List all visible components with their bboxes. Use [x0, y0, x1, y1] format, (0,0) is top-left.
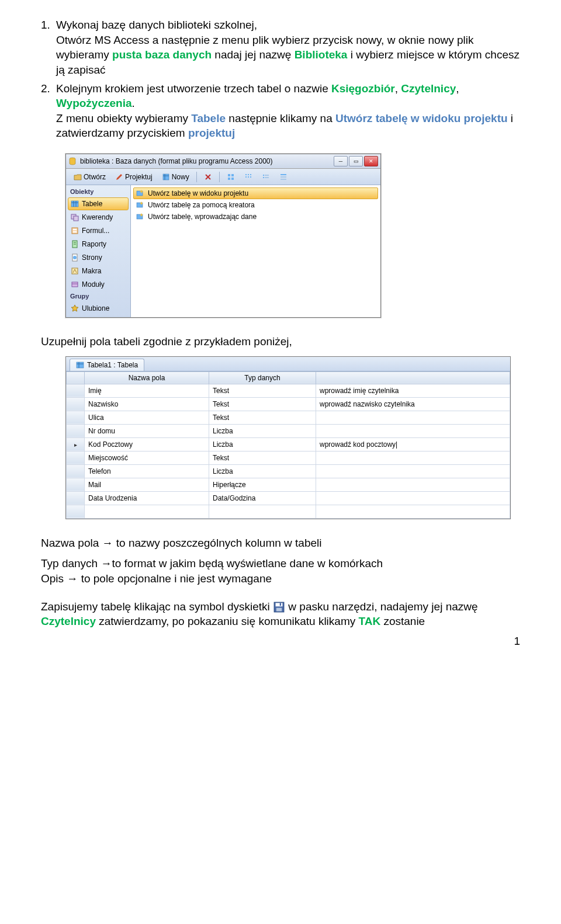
table-row[interactable]	[67, 505, 510, 518]
new-icon	[162, 173, 170, 181]
cell-field[interactable]: Mail	[85, 478, 209, 491]
svg-rect-36	[72, 282, 78, 287]
tab-table1[interactable]: Tabela1 : Tabela	[70, 359, 144, 371]
page: 1. Wykonaj bazę danych biblioteki szkoln…	[0, 0, 561, 659]
table-row[interactable]: ImięTekstwprowadź imię czytelnika	[67, 384, 510, 397]
table-row[interactable]: Kod PocztowyLiczbawprowadź kod pocztowy|	[67, 437, 510, 451]
form-icon	[71, 227, 79, 235]
cell-field[interactable]: Telefon	[85, 464, 209, 478]
table-row[interactable]: NazwiskoTekstwprowadź nazwisko czytelnik…	[67, 397, 510, 411]
sidebar-item-modules[interactable]: Moduły	[68, 278, 129, 291]
table-icon	[76, 361, 84, 369]
row-selector[interactable]	[67, 424, 85, 437]
cell-type[interactable]: Tekst	[209, 411, 316, 424]
row-selector[interactable]	[67, 505, 85, 518]
close-button[interactable]: ✕	[364, 156, 378, 166]
delete-button[interactable]	[200, 171, 216, 183]
list-item-2: 2. Kolejnym krokiem jest utworzenie trze…	[41, 81, 520, 141]
svg-rect-6	[228, 178, 230, 180]
cell-type[interactable]: Data/Godzina	[209, 491, 316, 505]
table-row[interactable]: Data UrodzeniaData/Godzina	[67, 491, 510, 505]
wizard-icon	[136, 201, 144, 209]
list-item-create-wizard[interactable]: Utwórz tabelę za pomocą kreatora	[133, 199, 378, 211]
maximize-button[interactable]: ▭	[349, 156, 363, 166]
cell-field[interactable]: Data Urodzenia	[85, 491, 209, 505]
row-selector[interactable]	[67, 397, 85, 411]
sidebar-item-tables[interactable]: Tabele	[68, 197, 129, 210]
sidebar-item-queries[interactable]: Kwerendy	[68, 211, 129, 224]
numbered-list: 1. Wykonaj bazę danych biblioteki szkoln…	[41, 18, 520, 141]
row-selector[interactable]	[67, 437, 85, 451]
cell-type[interactable]: Liczba	[209, 464, 316, 478]
cell-field[interactable]: Nr domu	[85, 424, 209, 437]
cell-desc[interactable]: wprowadź imię czytelnika	[316, 384, 510, 397]
view-small-icon[interactable]	[240, 171, 257, 183]
svg-rect-1	[163, 174, 169, 180]
cell-desc[interactable]: wprowadź nazwisko czytelnika	[316, 397, 510, 411]
cell-type[interactable]: Tekst	[209, 384, 316, 397]
cell-type[interactable]: Hiperłącze	[209, 478, 316, 491]
design-icon	[115, 173, 123, 181]
row-selector[interactable]	[67, 478, 85, 491]
cell-type[interactable]	[209, 505, 316, 518]
row-selector[interactable]	[67, 384, 85, 397]
sidebar-item-forms[interactable]: Formul...	[68, 224, 129, 237]
cell-desc[interactable]	[316, 411, 510, 424]
view-large-icon[interactable]	[223, 171, 239, 183]
table-design-window: Tabela1 : Tabela Nazwa pola Typ danych I…	[65, 356, 511, 519]
minimize-button[interactable]: ─	[334, 156, 348, 166]
cell-field[interactable]: Nazwisko	[85, 397, 209, 411]
table-row[interactable]: MailHiperłącze	[67, 478, 510, 491]
toolbar: Otwórz Projektuj Nowy	[66, 169, 380, 185]
window-buttons: ─ ▭ ✕	[334, 156, 378, 166]
cell-desc[interactable]	[316, 451, 510, 464]
view-list-icon[interactable]	[258, 171, 274, 183]
diskette-icon	[273, 602, 285, 613]
after-text: Nazwa pola → to nazwy poszczególnych kol…	[41, 536, 520, 629]
list-item-create-entering[interactable]: Utwórz tabelę, wprowadzając dane	[133, 211, 378, 223]
cell-type[interactable]: Tekst	[209, 397, 316, 411]
small-icons-icon	[244, 173, 252, 181]
cell-desc[interactable]	[316, 491, 510, 505]
cell-desc[interactable]	[316, 478, 510, 491]
details-icon	[279, 173, 288, 181]
cell-field[interactable]: Ulica	[85, 411, 209, 424]
open-button[interactable]: Otwórz	[70, 171, 110, 183]
module-icon	[71, 280, 79, 289]
svg-rect-26	[74, 216, 78, 221]
cell-desc[interactable]: wprowadź kod pocztowy|	[316, 437, 510, 451]
table-row[interactable]: TelefonLiczba	[67, 464, 510, 478]
cell-type[interactable]: Liczba	[209, 424, 316, 437]
view-details-icon[interactable]	[275, 171, 292, 183]
query-icon	[71, 213, 79, 221]
new-button[interactable]: Nowy	[158, 171, 193, 183]
row-selector[interactable]	[67, 451, 85, 464]
list-icon	[262, 173, 270, 181]
object-list: Utwórz tabelę w widoku projektu Utwórz t…	[131, 185, 380, 317]
sidebar-item-pages[interactable]: Strony	[68, 251, 129, 264]
cell-field[interactable]	[85, 505, 209, 518]
sidebar-item-reports[interactable]: Raporty	[68, 238, 129, 251]
svg-rect-46	[276, 608, 282, 612]
cell-field[interactable]: Kod Pocztowy	[85, 437, 209, 451]
table-row[interactable]: MiejscowośćTekst	[67, 451, 510, 464]
macro-icon	[71, 267, 79, 275]
cell-field[interactable]: Imię	[85, 384, 209, 397]
list-item-create-design[interactable]: Utwórz tabelę w widoku projektu	[133, 187, 378, 199]
cell-desc[interactable]	[316, 424, 510, 437]
table-row[interactable]: UlicaTekst	[67, 411, 510, 424]
cell-type[interactable]: Liczba	[209, 437, 316, 451]
row-selector[interactable]	[67, 491, 85, 505]
delete-icon	[204, 173, 212, 181]
cell-type[interactable]: Tekst	[209, 451, 316, 464]
sidebar-item-macros[interactable]: Makra	[68, 265, 129, 277]
sidebar-item-favorites[interactable]: Ulubione	[68, 302, 129, 315]
cell-desc[interactable]	[316, 464, 510, 478]
row-selector[interactable]	[67, 464, 85, 478]
cell-field[interactable]: Miejscowość	[85, 451, 209, 464]
cell-desc[interactable]	[316, 505, 510, 518]
table-row[interactable]: Nr domuLiczba	[67, 424, 510, 437]
design-button[interactable]: Projektuj	[111, 171, 157, 183]
row-selector[interactable]	[67, 411, 85, 424]
svg-rect-41	[77, 362, 84, 368]
